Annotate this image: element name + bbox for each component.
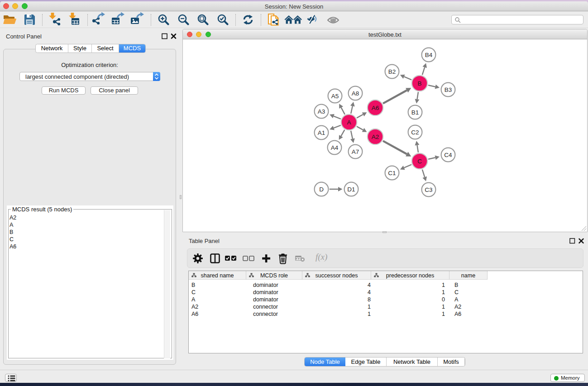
svg-text:A5: A5	[331, 93, 339, 100]
svg-text:A1: A1	[318, 129, 325, 136]
svg-text:A: A	[347, 119, 351, 126]
svg-text:C2: C2	[411, 129, 419, 136]
svg-text:D: D	[319, 186, 324, 193]
svg-text:A3: A3	[318, 108, 325, 115]
svg-text:B: B	[417, 80, 421, 87]
svg-text:C1: C1	[388, 170, 396, 176]
svg-text:B3: B3	[445, 86, 452, 93]
svg-text:A2: A2	[372, 133, 379, 140]
svg-text:A4: A4	[331, 144, 339, 151]
svg-text:C4: C4	[444, 152, 452, 158]
svg-text:C3: C3	[425, 186, 432, 193]
svg-text:A7: A7	[352, 148, 359, 155]
svg-text:B2: B2	[388, 68, 396, 75]
svg-text:A8: A8	[352, 90, 359, 97]
svg-text:B1: B1	[411, 109, 419, 116]
svg-text:C: C	[417, 158, 422, 165]
svg-text:B4: B4	[425, 52, 433, 58]
svg-text:A6: A6	[372, 105, 379, 111]
svg-text:D1: D1	[347, 186, 355, 193]
